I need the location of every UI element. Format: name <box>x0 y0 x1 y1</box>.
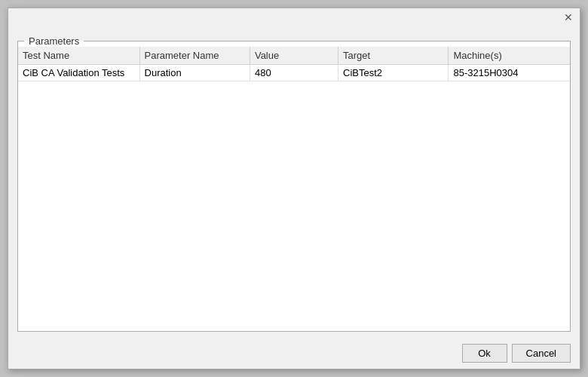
col-header-target: Target <box>338 47 449 65</box>
parameters-table: Test Name Parameter Name Value Target Ma… <box>18 47 570 81</box>
col-header-value: Value <box>250 47 338 65</box>
cell-target: CiBTest2 <box>338 65 449 81</box>
table-header: Test Name Parameter Name Value Target Ma… <box>18 47 570 65</box>
cell-value: 480 <box>250 65 338 81</box>
parameters-section: Parameters Test Name Parameter Name Valu… <box>17 35 571 332</box>
section-legend: Parameters <box>24 35 84 47</box>
col-header-test-name: Test Name <box>18 47 139 65</box>
cell-machines: 85-3215H0304 <box>449 65 570 81</box>
col-header-param-name: Parameter Name <box>139 47 250 65</box>
table-body: CiB CA Validation Tests Duration 480 CiB… <box>18 65 570 81</box>
table-wrapper: Test Name Parameter Name Value Target Ma… <box>18 47 570 331</box>
close-button[interactable]: ✕ <box>562 11 575 24</box>
cancel-button[interactable]: Cancel <box>512 344 571 363</box>
cell-param-name: Duration <box>139 65 250 81</box>
title-bar: ✕ <box>8 8 580 26</box>
cell-test-name: CiB CA Validation Tests <box>18 65 139 81</box>
header-row: Test Name Parameter Name Value Target Ma… <box>18 47 570 65</box>
dialog: ✕ Parameters Test Name Parameter Name Va… <box>8 8 580 369</box>
col-header-machines: Machine(s) <box>449 47 570 65</box>
ok-button[interactable]: Ok <box>462 344 507 363</box>
dialog-content: Parameters Test Name Parameter Name Valu… <box>8 26 580 338</box>
table-row: CiB CA Validation Tests Duration 480 CiB… <box>18 65 570 81</box>
dialog-footer: Ok Cancel <box>8 338 580 369</box>
